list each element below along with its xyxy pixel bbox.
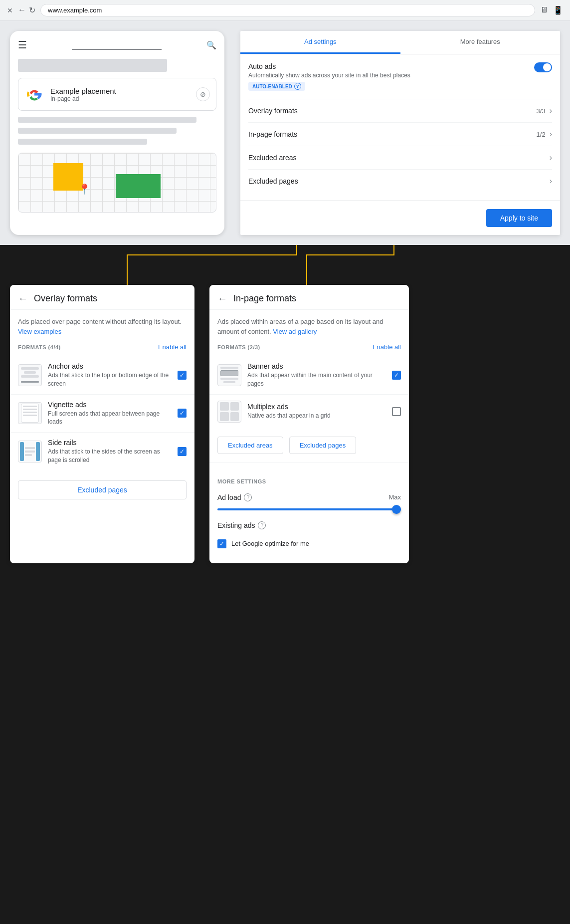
overlay-formats-count-label: FORMATS (4/4) bbox=[18, 344, 61, 350]
toggle-check: ✓ bbox=[546, 64, 550, 70]
existing-ads-help-icon[interactable]: ? bbox=[258, 521, 266, 529]
in-page-panel-desc: Ads placed within areas of a page based … bbox=[209, 310, 409, 340]
in-page-formats-count-label: FORMATS (2/3) bbox=[217, 344, 260, 350]
phone-map: 📍 bbox=[18, 153, 216, 213]
existing-ads-label: Existing ads ? bbox=[217, 521, 266, 529]
vignette-ads-item: Vignette ads Full screen ads that appear… bbox=[10, 394, 194, 433]
in-page-formats-panel: ← In-page formats Ads placed within area… bbox=[209, 285, 409, 563]
auto-enabled-text: AUTO-ENABLED bbox=[252, 84, 292, 89]
content-line-1 bbox=[18, 59, 167, 72]
overlay-desc-text: Ads placed over page content without aff… bbox=[18, 318, 182, 325]
view-ad-gallery-link[interactable]: View ad gallery bbox=[273, 328, 317, 335]
auto-enabled-help[interactable]: ? bbox=[294, 83, 301, 90]
in-page-back-arrow[interactable]: ← bbox=[217, 293, 227, 304]
view-examples-link[interactable]: View examples bbox=[18, 328, 61, 335]
ad-load-slider-fill bbox=[217, 508, 401, 510]
in-page-enable-all-link[interactable]: Enable all bbox=[373, 343, 401, 351]
existing-ads-option-row: ✓ Let Google optimize for me bbox=[209, 534, 409, 553]
browser-icons: 🖥 📱 bbox=[540, 5, 563, 15]
in-page-formats-count: 1/2 bbox=[537, 131, 546, 138]
overlay-formats-row[interactable]: Overlay formats 3/3 › bbox=[248, 99, 552, 122]
vignette-ads-name: Vignette ads bbox=[48, 401, 172, 409]
apply-btn-container: Apply to site bbox=[240, 201, 560, 235]
tab-more-features[interactable]: More features bbox=[400, 31, 561, 54]
google-logo bbox=[24, 84, 44, 104]
close-icon[interactable]: ✕ bbox=[7, 6, 13, 14]
apply-to-site-button[interactable]: Apply to site bbox=[486, 209, 552, 227]
multiplex-ads-checkbox[interactable] bbox=[392, 407, 401, 416]
multiplex-ads-text: Multiplex ads Native ads that appear in … bbox=[247, 403, 386, 420]
browser-nav: ← ↻ bbox=[18, 5, 35, 15]
phone-card-text: Example placement In-page ad bbox=[50, 87, 190, 102]
vignette-ads-text: Vignette ads Full screen ads that appear… bbox=[48, 401, 172, 427]
url-bar[interactable]: www.example.com bbox=[40, 4, 535, 16]
excluded-pages-chevron-icon: › bbox=[550, 177, 552, 186]
overlay-back-arrow[interactable]: ← bbox=[18, 293, 28, 304]
excluded-pages-row[interactable]: Excluded pages › bbox=[248, 169, 552, 193]
ad-load-text: Ad load bbox=[217, 493, 241, 501]
existing-ads-text: Existing ads bbox=[217, 521, 255, 529]
ad-load-value: Max bbox=[388, 493, 401, 501]
refresh-button[interactable]: ↻ bbox=[29, 5, 35, 15]
ad-load-slider-track bbox=[217, 508, 401, 510]
excluded-areas-row[interactable]: Excluded areas › bbox=[248, 146, 552, 169]
ad-load-slider-thumb[interactable] bbox=[392, 505, 401, 514]
browser-chrome: ✕ ← ↻ www.example.com 🖥 📱 bbox=[0, 0, 570, 21]
anchor-ads-icon bbox=[18, 364, 42, 386]
in-page-formats-label: In-page formats bbox=[248, 130, 297, 138]
side-rails-item: Side rails Ads that stick to the sides o… bbox=[10, 432, 194, 470]
overlay-formats-right: 3/3 › bbox=[537, 106, 552, 115]
back-button[interactable]: ← bbox=[18, 5, 26, 15]
ad-load-help-icon[interactable]: ? bbox=[244, 493, 252, 501]
overlay-formats-header: FORMATS (4/4) Enable all bbox=[10, 340, 194, 356]
in-page-panel-title: In-page formats bbox=[233, 293, 296, 304]
card-block-icon: ⊘ bbox=[196, 87, 210, 101]
banner-ads-checkbox[interactable]: ✓ bbox=[392, 371, 401, 380]
bottom-panels: ← Overlay formats Ads placed over page c… bbox=[0, 285, 570, 583]
connector-lines bbox=[0, 245, 570, 285]
overlay-enable-all-link[interactable]: Enable all bbox=[158, 343, 187, 351]
side-rails-text: Side rails Ads that stick to the sides o… bbox=[48, 439, 172, 464]
vignette-ads-icon bbox=[18, 402, 42, 424]
anchor-ads-text: Anchor ads Ads that stick to the top or … bbox=[48, 362, 172, 388]
let-google-optimize-checkbox[interactable]: ✓ bbox=[217, 539, 226, 548]
monitor-icon[interactable]: 🖥 bbox=[540, 5, 548, 15]
overlay-panel-header: ← Overlay formats bbox=[10, 285, 194, 310]
overlay-excluded-pages-button[interactable]: Excluded pages bbox=[18, 480, 187, 499]
in-page-formats-row[interactable]: In-page formats 1/2 › bbox=[248, 122, 552, 146]
content-line-2 bbox=[18, 117, 196, 123]
multiplex-ads-item: Multiplex ads Native ads that appear in … bbox=[209, 394, 409, 429]
overlay-panel-title: Overlay formats bbox=[34, 293, 97, 304]
auto-enabled-badge: AUTO-ENABLED ? bbox=[248, 82, 305, 91]
main-section: ☰ 🔍 Example placement In-page ad bbox=[0, 21, 570, 245]
in-page-excluded-btns: Excluded areas Excluded pages bbox=[209, 429, 409, 454]
phone-mockup: ☰ 🔍 Example placement In-page ad bbox=[10, 31, 224, 235]
hamburger-icon: ☰ bbox=[18, 39, 27, 51]
panel-body: Auto ads Automatically show ads across y… bbox=[240, 54, 560, 201]
anchor-ads-desc: Ads that stick to the top or bottom edge… bbox=[48, 371, 172, 388]
in-page-chevron-icon: › bbox=[550, 130, 552, 139]
auto-ads-title: Auto ads bbox=[248, 62, 534, 70]
more-settings-label: MORE SETTINGS bbox=[209, 470, 409, 488]
side-rails-icon bbox=[18, 441, 42, 462]
in-page-formats-header: FORMATS (2/3) Enable all bbox=[209, 340, 409, 356]
content-line-3 bbox=[18, 128, 177, 134]
in-page-excluded-pages-button[interactable]: Excluded pages bbox=[289, 437, 357, 454]
overlay-panel-desc: Ads placed over page content without aff… bbox=[10, 310, 194, 340]
auto-ads-info: Auto ads Automatically show ads across y… bbox=[248, 62, 534, 91]
vignette-ads-desc: Full screen ads that appear between page… bbox=[48, 410, 172, 427]
anchor-ads-name: Anchor ads bbox=[48, 362, 172, 370]
side-rails-name: Side rails bbox=[48, 439, 172, 447]
tablet-icon[interactable]: 📱 bbox=[553, 5, 563, 15]
anchor-ads-checkbox[interactable]: ✓ bbox=[178, 371, 187, 380]
excluded-areas-chevron-icon: › bbox=[550, 153, 552, 162]
excluded-pages-label: Excluded pages bbox=[248, 177, 298, 185]
tab-ad-settings[interactable]: Ad settings bbox=[240, 31, 400, 54]
phone-header: ☰ 🔍 bbox=[18, 39, 216, 51]
auto-ads-toggle[interactable]: ✓ bbox=[534, 62, 552, 72]
ad-settings-panel: Ad settings More features Auto ads Autom… bbox=[240, 31, 560, 235]
search-icon: 🔍 bbox=[206, 40, 216, 50]
vignette-ads-checkbox[interactable]: ✓ bbox=[178, 409, 187, 418]
side-rails-checkbox[interactable]: ✓ bbox=[178, 447, 187, 456]
in-page-excluded-areas-button[interactable]: Excluded areas bbox=[217, 437, 283, 454]
